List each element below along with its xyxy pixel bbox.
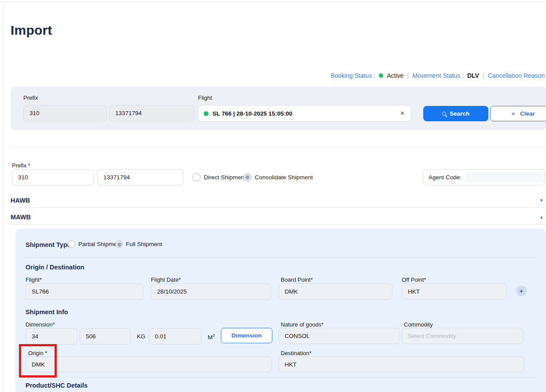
add-route-button[interactable]: + (516, 286, 527, 296)
shipment-type-label: Shipment Type (26, 241, 71, 248)
import-page: Import Booking Status : Active | Movemen… (0, 0, 546, 392)
radio-unselected-icon (68, 240, 75, 248)
nature-of-goods-input[interactable] (278, 328, 400, 344)
search-prefix-label: Prefix (23, 94, 38, 101)
flight-select-value: SL 766 | 28-10-2025 15:05:00 (213, 110, 395, 117)
consolidate-shipment-radio[interactable]: Consolidate Shipment (243, 173, 313, 181)
consolidate-shipment-label: Consolidate Shipment (255, 174, 313, 181)
m3-unit-label: M3 (208, 333, 215, 341)
clear-button-label: Clear (520, 110, 535, 117)
destination-label: Destination* (281, 350, 311, 356)
search-prefix-input[interactable] (23, 105, 107, 121)
shipment-info-heading: Shipment Info (26, 309, 68, 316)
flight-label: Flight* (26, 276, 42, 283)
radio-unselected-icon (192, 173, 201, 181)
search-icon (442, 112, 446, 116)
status-separator: | (483, 72, 484, 79)
movement-status-value: DLV (467, 72, 479, 79)
flight-clear-icon[interactable]: × (399, 109, 406, 117)
board-point-label: Board Point* (281, 276, 313, 283)
partial-shipment-radio[interactable]: Partial Shipment (68, 240, 122, 248)
pieces-input[interactable] (26, 328, 77, 345)
left-border (4, 2, 4, 392)
clear-button[interactable]: × Clear (490, 106, 546, 121)
status-separator: | (407, 72, 409, 79)
agent-code-box: Agent Code: (423, 169, 545, 185)
radio-selected-icon (243, 173, 252, 181)
chevron-down-icon: ▼ (539, 198, 546, 203)
hawb-accordion-header[interactable]: HAWB ▼ (11, 193, 546, 208)
dimension-label: Dimension* (26, 321, 55, 328)
flight-status-dot-icon (204, 111, 209, 116)
dimension-button[interactable]: Dimension (221, 328, 272, 343)
flight-date-input[interactable] (151, 283, 271, 300)
hawb-title: HAWB (11, 197, 30, 204)
commodity-select[interactable] (402, 328, 524, 344)
destination-input[interactable] (278, 356, 524, 372)
booking-status-label: Booking Status : (330, 72, 375, 79)
off-point-input[interactable] (402, 283, 507, 300)
board-point-input[interactable] (278, 283, 392, 300)
radio-selected-icon (115, 240, 123, 248)
full-shipment-label: Full Shipment (126, 241, 162, 247)
awb-number-input[interactable] (97, 169, 183, 185)
origin-input[interactable] (26, 356, 271, 372)
flight-date-label: Flight Date* (151, 276, 181, 283)
search-awb-number-input[interactable] (109, 105, 194, 121)
search-button-label: Search (450, 110, 469, 117)
flight-input[interactable] (26, 283, 143, 300)
origin-destination-heading: Origin / Destination (26, 264, 84, 271)
panel-divider (26, 377, 536, 377)
direct-shipment-label: Direct Shipment (204, 174, 246, 181)
flight-search-panel: Prefix Flight SL 766 | 28-10-2025 15:05:… (11, 87, 546, 130)
weight-input[interactable] (80, 328, 131, 345)
full-shipment-radio[interactable]: Full Shipment (115, 240, 162, 248)
mawb-title: MAWB (11, 214, 31, 221)
chevron-up-icon: ▲ (539, 215, 546, 219)
search-button[interactable]: Search (423, 106, 488, 121)
active-status-dot-icon (379, 73, 383, 78)
top-divider (0, 2, 546, 2)
agent-code-label: Agent Code: (429, 174, 462, 181)
cancellation-reason-link[interactable]: Cancellation Reason (488, 72, 545, 79)
product-shc-heading: Product/SHC Details (26, 382, 88, 389)
nature-of-goods-label: Nature of goods* (281, 321, 324, 328)
awb-prefix-label: Prefix * (12, 162, 30, 169)
volume-input[interactable] (149, 328, 202, 345)
origin-label: Origin * (28, 350, 47, 356)
mawb-accordion-header[interactable]: MAWB ▲ (11, 210, 546, 225)
flight-select[interactable]: SL 766 | 28-10-2025 15:05:00 × (198, 105, 411, 122)
panel-divider (26, 257, 536, 258)
page-title: Import (11, 23, 52, 38)
section-divider (11, 147, 546, 148)
awb-prefix-input[interactable] (12, 169, 94, 185)
agent-code-input[interactable] (465, 172, 543, 182)
direct-shipment-radio[interactable]: Direct Shipment (192, 173, 246, 181)
close-icon: × (510, 110, 517, 117)
kg-unit-label: KG (137, 333, 146, 340)
status-bar: Booking Status : Active | Movement Statu… (330, 72, 545, 79)
movement-status-label: Movement Status : (412, 72, 464, 79)
off-point-label: Off Point* (402, 276, 426, 283)
mawb-panel: Shipment Type Partial Shipment Full Ship… (15, 229, 546, 392)
commodity-label: Commodity (404, 321, 433, 328)
search-flight-label: Flight (198, 94, 212, 101)
booking-status-value: Active (387, 72, 403, 79)
